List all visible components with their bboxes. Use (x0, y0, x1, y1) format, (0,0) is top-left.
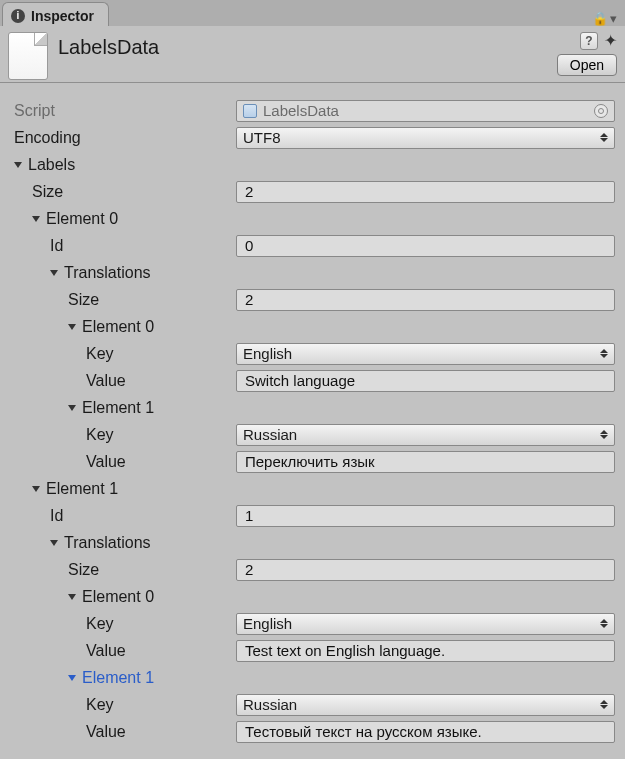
chevron-down-icon (14, 162, 22, 168)
help-icon[interactable]: ? (580, 32, 598, 50)
e1-t0-value-field[interactable] (236, 640, 615, 662)
tab-label: Inspector (31, 8, 94, 24)
gear-icon[interactable]: ✦ (604, 33, 617, 49)
chevron-down-icon (32, 216, 40, 222)
row-e1-t1-foldout[interactable]: Element 1 (6, 664, 619, 691)
e1-t1-key-label: Key (86, 696, 114, 714)
dropdown-arrows-icon (600, 700, 608, 709)
e1-t1-value-label: Value (86, 723, 126, 741)
element0-id-field[interactable] (236, 235, 615, 257)
row-e0-t1-value: Value (6, 448, 619, 475)
dropdown-arrows-icon (600, 430, 608, 439)
element1-header: Element 1 (46, 480, 118, 498)
chevron-down-icon (68, 594, 76, 600)
dropdown-arrows-icon (600, 133, 608, 142)
element1-id-field[interactable] (236, 505, 615, 527)
encoding-label: Encoding (14, 129, 81, 147)
row-e0-t1-key: Key Russian (6, 421, 619, 448)
row-e0-t1-foldout[interactable]: Element 1 (6, 394, 619, 421)
row-labels-foldout[interactable]: Labels (6, 151, 619, 178)
element0-translations-size-label: Size (68, 291, 99, 309)
labels-size-label: Size (32, 183, 63, 201)
e1-t1-key-dropdown[interactable]: Russian (236, 694, 615, 716)
row-element0-translations-foldout[interactable]: Translations (6, 259, 619, 286)
row-e0-t0-value: Value (6, 367, 619, 394)
script-field: LabelsData (236, 100, 615, 122)
chevron-down-icon (32, 486, 40, 492)
e1-t1-value-input[interactable] (243, 722, 608, 741)
script-icon (243, 104, 257, 118)
e1-t0-key-dropdown[interactable]: English (236, 613, 615, 635)
labels-header: Labels (28, 156, 75, 174)
e0-t0-header: Element 0 (82, 318, 154, 336)
lock-icon[interactable]: 🔒 (592, 11, 608, 26)
element1-id-label: Id (50, 507, 63, 525)
element1-id-input[interactable] (243, 506, 608, 525)
labels-size-field[interactable] (236, 181, 615, 203)
inspector-body: Script LabelsData Encoding UTF8 (0, 83, 625, 751)
row-element0-translations-size: Size (6, 286, 619, 313)
tab-options-menu[interactable]: ▾ (610, 11, 617, 26)
asset-title: LabelsData (58, 32, 159, 59)
e0-t0-value-input[interactable] (243, 371, 608, 390)
object-picker-icon[interactable] (594, 104, 608, 118)
chevron-down-icon (68, 324, 76, 330)
e0-t1-value-field[interactable] (236, 451, 615, 473)
e1-t1-key-value: Russian (243, 696, 297, 713)
e0-t0-value-field[interactable] (236, 370, 615, 392)
dropdown-arrows-icon (600, 349, 608, 358)
element0-translations-header: Translations (64, 264, 151, 282)
e0-t0-key-label: Key (86, 345, 114, 363)
chevron-down-icon (68, 405, 76, 411)
e0-t1-key-value: Russian (243, 426, 297, 443)
asset-file-icon (8, 32, 48, 80)
chevron-down-icon (50, 540, 58, 546)
row-e1-t1-value: Value (6, 718, 619, 745)
encoding-value: UTF8 (243, 129, 281, 146)
e1-t0-value-input[interactable] (243, 641, 608, 660)
info-icon: i (11, 9, 25, 23)
e1-t0-key-label: Key (86, 615, 114, 633)
row-e1-t0-foldout[interactable]: Element 0 (6, 583, 619, 610)
dropdown-arrows-icon (600, 619, 608, 628)
element1-translations-size-input[interactable] (243, 560, 608, 579)
asset-header: LabelsData ? ✦ Open (0, 26, 625, 83)
row-element1-id: Id (6, 502, 619, 529)
element0-id-label: Id (50, 237, 63, 255)
row-e0-t0-foldout[interactable]: Element 0 (6, 313, 619, 340)
row-encoding: Encoding UTF8 (6, 124, 619, 151)
e1-t0-header: Element 0 (82, 588, 154, 606)
row-element1-translations-size: Size (6, 556, 619, 583)
e1-t1-header: Element 1 (82, 669, 154, 687)
element0-id-input[interactable] (243, 236, 608, 255)
row-e1-t0-key: Key English (6, 610, 619, 637)
row-e0-t0-key: Key English (6, 340, 619, 367)
row-element1-foldout[interactable]: Element 1 (6, 475, 619, 502)
row-element1-translations-foldout[interactable]: Translations (6, 529, 619, 556)
e0-t1-value-input[interactable] (243, 452, 608, 471)
e0-t0-value-label: Value (86, 372, 126, 390)
open-button[interactable]: Open (557, 54, 617, 76)
row-script: Script LabelsData (6, 97, 619, 124)
element0-header: Element 0 (46, 210, 118, 228)
row-e1-t0-value: Value (6, 637, 619, 664)
element1-translations-size-field[interactable] (236, 559, 615, 581)
chevron-down-icon (50, 270, 58, 276)
e1-t0-key-value: English (243, 615, 292, 632)
chevron-down-icon (68, 675, 76, 681)
encoding-dropdown[interactable]: UTF8 (236, 127, 615, 149)
element1-translations-header: Translations (64, 534, 151, 552)
script-value: LabelsData (263, 102, 339, 119)
e0-t1-header: Element 1 (82, 399, 154, 417)
element0-translations-size-field[interactable] (236, 289, 615, 311)
row-element0-id: Id (6, 232, 619, 259)
tab-inspector[interactable]: i Inspector (2, 2, 109, 26)
labels-size-input[interactable] (243, 182, 608, 201)
e0-t1-key-dropdown[interactable]: Russian (236, 424, 615, 446)
e1-t1-value-field[interactable] (236, 721, 615, 743)
row-labels-size: Size (6, 178, 619, 205)
element0-translations-size-input[interactable] (243, 290, 608, 309)
row-element0-foldout[interactable]: Element 0 (6, 205, 619, 232)
e0-t1-key-label: Key (86, 426, 114, 444)
e0-t0-key-dropdown[interactable]: English (236, 343, 615, 365)
